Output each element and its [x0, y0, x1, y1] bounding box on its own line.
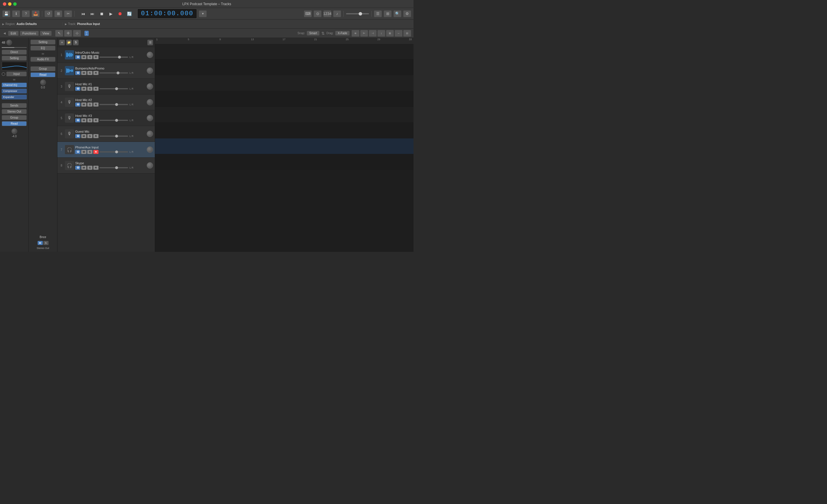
channel-setting-btn[interactable]: Setting	[31, 40, 55, 45]
track-volume-fader[interactable]	[99, 72, 128, 73]
direct-btn[interactable]: Direct	[2, 50, 27, 55]
track-solo-btn[interactable]: S	[87, 118, 92, 122]
vertical-zoom-icon[interactable]: ↕	[377, 30, 385, 37]
track-rec-btn[interactable]: R	[93, 103, 98, 107]
add-track-btn[interactable]: +	[59, 40, 65, 45]
compressor-btn[interactable]: Compressor	[2, 89, 27, 93]
stop-btn[interactable]: ⏹	[98, 10, 106, 17]
track-rec-btn[interactable]: R	[93, 71, 98, 75]
fit-icon[interactable]: ⊢	[360, 30, 368, 37]
track-mute-btn[interactable]: M	[81, 87, 87, 91]
pointer-tool-icon[interactable]: ↖	[55, 30, 63, 37]
split-tool-active[interactable]: ⌶	[85, 31, 89, 36]
fader-knob[interactable]	[11, 129, 17, 134]
marquee-tool-icon[interactable]: ⊹	[73, 30, 81, 37]
track-lane-6[interactable]	[155, 122, 414, 139]
channel-eq-display-btn[interactable]: EQ	[31, 46, 55, 51]
track-lane-1[interactable]	[155, 44, 414, 59]
drag-value[interactable]: X-Fade	[335, 31, 350, 36]
track-pan-knob[interactable]	[147, 83, 153, 90]
track-solo-btn[interactable]: S	[87, 71, 92, 75]
scroll-fit-icon[interactable]: ⊣	[369, 30, 377, 37]
track-power-btn[interactable]: ⏻	[75, 134, 81, 138]
track-mute-btn[interactable]: M	[81, 55, 87, 59]
track-pan-knob[interactable]	[147, 99, 153, 105]
track-lane-2[interactable]	[155, 59, 414, 75]
settings-icon[interactable]: ⚙	[403, 10, 411, 17]
search-icon[interactable]: 🔍	[393, 10, 401, 17]
play-btn[interactable]: ▶	[107, 10, 115, 17]
track-pan-knob[interactable]	[147, 146, 153, 153]
track-mute-btn[interactable]: M	[81, 118, 87, 122]
track-volume-fader[interactable]	[99, 151, 128, 152]
master-volume-slider[interactable]	[346, 13, 369, 14]
track-item-2[interactable]: 2 Bumpers/Ads/Promo ⏻ M S R L R	[57, 63, 155, 79]
stereo-out-btn[interactable]: Stereo Out	[2, 109, 27, 114]
help-icon[interactable]: ?	[22, 10, 30, 17]
functions-menu-btn[interactable]: Functions	[20, 31, 39, 36]
track-pan-knob[interactable]	[147, 52, 153, 58]
channel-eq-btn[interactable]: Channel EQ	[2, 83, 27, 87]
track-pan-knob[interactable]	[147, 131, 153, 137]
sends-btn[interactable]: Sends	[2, 103, 27, 108]
input-btn[interactable]: Input	[6, 71, 27, 77]
metronome-icon[interactable]: ↺	[45, 10, 53, 17]
track-power-btn[interactable]: ⏻	[75, 103, 81, 107]
track-volume-fader[interactable]	[99, 136, 128, 137]
track-lane-4[interactable]	[155, 91, 414, 107]
quantize-icon[interactable]: 1234	[323, 10, 331, 17]
track-power-btn[interactable]: ⏻	[75, 87, 81, 91]
track-solo-btn[interactable]: S	[87, 150, 92, 154]
add-folder-btn[interactable]: 📁	[66, 40, 72, 45]
track-list-options-btn[interactable]: ☰	[147, 40, 153, 45]
grid-view-icon[interactable]: ⊞	[384, 10, 392, 17]
track-volume-fader[interactable]	[99, 88, 128, 89]
track-power-btn[interactable]: ⏻	[75, 150, 81, 154]
track-pan-knob[interactable]	[147, 162, 153, 168]
track-mute-btn[interactable]: M	[81, 134, 87, 138]
maximize-btn[interactable]	[13, 2, 17, 6]
track-mute-btn[interactable]: M	[81, 71, 87, 75]
s-btn[interactable]: S	[73, 40, 79, 45]
track-volume-fader[interactable]	[99, 167, 128, 168]
track-mute-btn[interactable]: M	[81, 150, 87, 154]
save-icon[interactable]: 💾	[2, 10, 10, 17]
zoom-out-icon[interactable]: ⊟	[403, 30, 411, 37]
back-arrow-icon[interactable]: ◀	[2, 32, 7, 35]
channel-fader-knob[interactable]	[40, 80, 46, 85]
track-item-5[interactable]: 5 🎙 Host Mic #3 ⏻ M S R L R	[57, 110, 155, 126]
key-icon[interactable]: ⌨	[304, 10, 312, 17]
track-rec-btn[interactable]: R	[93, 55, 98, 59]
track-solo-btn[interactable]: S	[87, 87, 92, 91]
track-rec-btn[interactable]: R	[93, 87, 98, 91]
track-pan-knob[interactable]	[147, 67, 153, 74]
track-lane-8[interactable]	[155, 154, 414, 170]
track-rec-btn[interactable]: R	[93, 166, 98, 170]
waveform-zoom-icon[interactable]: ≋	[351, 30, 359, 37]
track-volume-fader[interactable]	[99, 57, 128, 58]
track-item-3[interactable]: 3 🎙 Host Mic #1 ⏻ M S R L R	[57, 79, 155, 95]
channel-m-btn[interactable]: M	[38, 241, 43, 245]
audio-fx-btn[interactable]: Audio FX	[31, 57, 55, 62]
media-browser-icon[interactable]: 📥	[32, 10, 40, 17]
track-item-8[interactable]: 8 🎧 Skype ⏻ M S R L R	[57, 158, 155, 173]
track-item-1[interactable]: 1 Intro/Outro Music ⏻ M S R L R	[57, 47, 155, 63]
channel-s-btn[interactable]: S	[43, 241, 49, 245]
tempo-down-icon[interactable]: ▼	[199, 10, 207, 17]
minimize-btn[interactable]	[8, 2, 11, 6]
snap-value[interactable]: Smart	[307, 31, 320, 36]
horizontal-zoom-icon[interactable]: ↔	[395, 30, 402, 37]
track-item-7[interactable]: 7 🎧 Phone/Aux Input ⏻ M S R L R	[57, 142, 155, 158]
track-power-btn[interactable]: ⏻	[75, 118, 81, 122]
scissors-icon[interactable]: ✂	[64, 10, 72, 17]
list-view-icon[interactable]: ☰	[374, 10, 382, 17]
tuner-icon[interactable]: ⊙	[313, 10, 322, 17]
track-power-btn[interactable]: ⏻	[75, 55, 81, 59]
track-item-6[interactable]: 6 🎙 Guest Mic ⏻ M S R L R	[57, 126, 155, 142]
track-lane-5[interactable]	[155, 107, 414, 122]
setting-btn-left[interactable]: Setting	[2, 56, 27, 61]
track-pan-knob[interactable]	[147, 115, 153, 121]
cycle-btn[interactable]: 🔄	[125, 10, 133, 17]
track-rec-btn[interactable]: R	[93, 134, 98, 138]
track-solo-btn[interactable]: S	[87, 166, 92, 170]
